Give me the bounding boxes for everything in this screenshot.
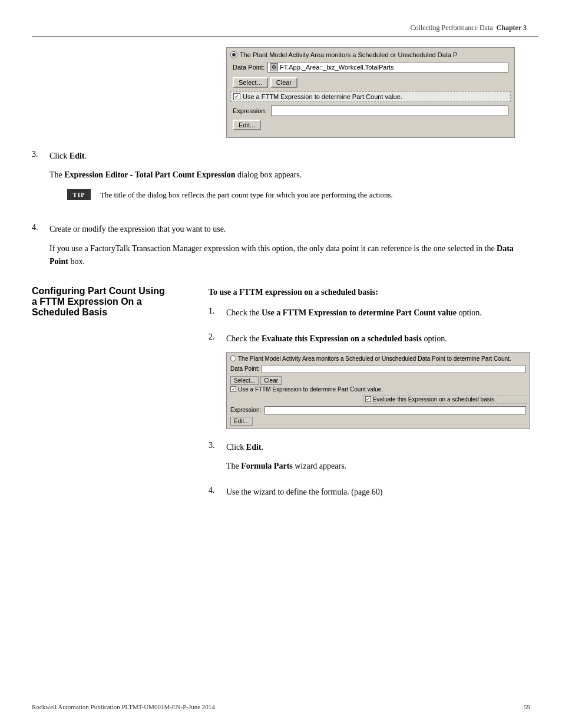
tip-box: TIP The title of the dialog box reflects…: [67, 189, 513, 207]
tip-text: The title of the dialog box reflects the…: [100, 189, 513, 201]
formula-parts-text: The Formula Parts wizard appears.: [226, 460, 530, 473]
section-step4-number: 4.: [209, 486, 226, 505]
dialog2-title-text: The Plant Model Activity Area monitors a…: [238, 355, 511, 362]
section-step2: 2. Check the Evaluate this Expression on…: [209, 332, 530, 433]
dialog2-radio: [230, 355, 236, 361]
section-step3-text: Click Edit.: [226, 441, 530, 454]
step2-bold: Evaluate this Expression on a scheduled …: [262, 334, 422, 343]
step3-text: Click Edit.: [49, 150, 530, 163]
section-two-col: Configuring Part Count Using a FTTM Expr…: [32, 286, 530, 512]
dialog1-title-row: The Plant Model Activity Area monitors a…: [230, 51, 511, 58]
dialog1-checkbox-row: ✓ Use a FTTM Expression to determine Par…: [230, 91, 511, 102]
section-step3-content: Click Edit. The Formula Parts wizard app…: [226, 441, 530, 479]
section-step2-text: Check the Evaluate this Expression on a …: [226, 332, 530, 345]
dialog2-checkbox2-row: ✓ Evaluate this Expression on a schedule…: [363, 395, 527, 404]
section-step4: 4. Use the wizard to define the formula.…: [209, 486, 530, 505]
dialog1-icon: ⚙: [270, 63, 278, 71]
dialog2-expression-input[interactable]: [265, 406, 526, 414]
step3-content: Click Edit. The Expression Editor - Tota…: [49, 150, 530, 213]
step3-bold: Edit: [70, 151, 85, 160]
dialog2-buttons: Select... Clear: [229, 375, 527, 386]
dialog2-expression-row: Expression:: [229, 406, 527, 415]
step1-bold: Use a FTTM Expression to determine Part …: [262, 308, 457, 317]
section-step2-content: Check the Evaluate this Expression on a …: [226, 332, 530, 433]
dialog1-expression-input[interactable]: [271, 106, 508, 116]
dialog1-expression-label: Expression:: [233, 107, 266, 114]
step3b-bold: Edit: [246, 443, 262, 452]
section-heading-line2: a FTTM Expression On a: [32, 297, 197, 307]
step4-block: 4. Create or modify the expression that …: [32, 223, 530, 274]
dialog1-title-text: The Plant Model Activity Area monitors a…: [240, 51, 457, 58]
dialog1-datapoint-label: Data Point:: [233, 64, 265, 71]
step3-block: 3. Click Edit. The Expression Editor - T…: [32, 150, 530, 213]
header-divider: [32, 37, 538, 37]
dialog1-edit-buttons: Edit...: [230, 118, 511, 131]
expression-editor-bold: Expression Editor - Total Part Count Exp…: [64, 170, 235, 179]
dialog2-checkbox1-row: ✓ Use a FTTM Expression to determine Par…: [229, 386, 527, 393]
section-heading-line1: Configuring Part Count Using: [32, 286, 197, 297]
dialog2-clear-button[interactable]: Clear: [260, 376, 282, 385]
dialog1-checkbox[interactable]: ✓: [233, 93, 240, 100]
page-header: Collecting Performance Data Chapter 3: [411, 24, 527, 32]
tip-label: TIP: [67, 189, 91, 200]
section-step2-number: 2.: [209, 332, 226, 433]
dialog1-container: The Plant Model Activity Area monitors a…: [226, 47, 530, 138]
dialog1-edit-button[interactable]: Edit...: [233, 120, 261, 130]
dialog1-clear-button[interactable]: Clear: [270, 77, 297, 88]
step4-number: 4.: [32, 223, 49, 274]
section-step1-number: 1.: [209, 307, 226, 325]
dialog2-datapoint-label: Data Point:: [230, 365, 260, 372]
step3-number: 3.: [32, 150, 49, 213]
dialog2-checkbox1[interactable]: ✓: [230, 386, 236, 392]
left-column: Configuring Part Count Using a FTTM Expr…: [32, 286, 197, 512]
dialog2-edit-button[interactable]: Edit...: [230, 417, 253, 426]
dialog1-datapoint-row: Data Point: ⚙ FT.App._Area::_biz_Workcel…: [230, 61, 511, 74]
dialog1-radio: [230, 51, 237, 58]
section-step4-content: Use the wizard to define the formula. (p…: [226, 486, 530, 505]
dialog2-expression-label: Expression:: [230, 407, 261, 413]
header-chapter: Chapter 3: [497, 24, 527, 32]
dialog1-datapoint-input[interactable]: ⚙ FT.App._Area::_biz_Workcell.TotalParts: [267, 62, 508, 73]
dialog2-datapoint-input[interactable]: [262, 365, 526, 373]
section-step1: 1. Check the Use a FTTM Expression to de…: [209, 307, 530, 325]
dialog2-datapoint-row: Data Point:: [229, 364, 527, 374]
section-step1-content: Check the Use a FTTM Expression to deter…: [226, 307, 530, 325]
dialog2-checkbox1-label: Use a FTTM Expression to determine Part …: [238, 386, 383, 393]
step4-text: Create or modify the expression that you…: [49, 223, 530, 236]
section-step1-text: Check the Use a FTTM Expression to deter…: [226, 307, 530, 319]
page-footer: Rockwell Automation Publication PLTMT-UM…: [32, 703, 530, 710]
dialog2-select-button[interactable]: Select...: [230, 376, 259, 385]
section-step3-number: 3.: [209, 441, 226, 479]
subsection-title: To use a FTTM expression on a scheduled …: [209, 286, 530, 299]
section-heading-line3: Scheduled Basis: [32, 307, 197, 318]
header-breadcrumb: Collecting Performance Data: [411, 24, 493, 32]
dialog1-buttons: Select... Clear: [230, 76, 511, 89]
main-content: The Plant Model Activity Area monitors a…: [32, 47, 530, 512]
dialog2-checkbox2[interactable]: ✓: [365, 396, 371, 402]
section-step4-text: Use the wizard to define the formula. (p…: [226, 486, 530, 499]
dialog2-edit-buttons: Edit...: [229, 416, 527, 426]
dialog2-title-row: The Plant Model Activity Area monitors a…: [229, 355, 527, 363]
step3-inline: 3. Click Edit. The Expression Editor - T…: [32, 150, 530, 213]
footer-left: Rockwell Automation Publication PLTMT-UM…: [32, 703, 215, 710]
dialog1-box: The Plant Model Activity Area monitors a…: [226, 47, 515, 138]
paragraph1-text: If you use a FactoryTalk Transaction Man…: [49, 242, 530, 269]
step4-inline: 4. Create or modify the expression that …: [32, 223, 530, 274]
section-step3: 3. Click Edit. The Formula Parts wizard …: [209, 441, 530, 479]
dialog1-expression-row: Expression:: [230, 104, 511, 117]
expression-editor-text: The Expression Editor - Total Part Count…: [49, 169, 530, 182]
step4-content: Create or modify the expression that you…: [49, 223, 530, 274]
dialog1-datapoint-value: FT.App._Area::_biz_Workcell.TotalParts: [280, 64, 394, 71]
section-heading: Configuring Part Count Using a FTTM Expr…: [32, 286, 197, 318]
formula-parts-bold: Formula Parts: [241, 462, 292, 470]
dialog1-checkbox-label: Use a FTTM Expression to determine Part …: [243, 93, 402, 100]
footer-right: 59: [524, 703, 530, 710]
dialog2-checkbox2-label: Evaluate this Expression on a scheduled …: [373, 396, 496, 403]
dialog2-box: The Plant Model Activity Area monitors a…: [226, 352, 530, 429]
right-column: To use a FTTM expression on a scheduled …: [209, 286, 530, 512]
dialog1-select-button[interactable]: Select...: [233, 77, 268, 88]
